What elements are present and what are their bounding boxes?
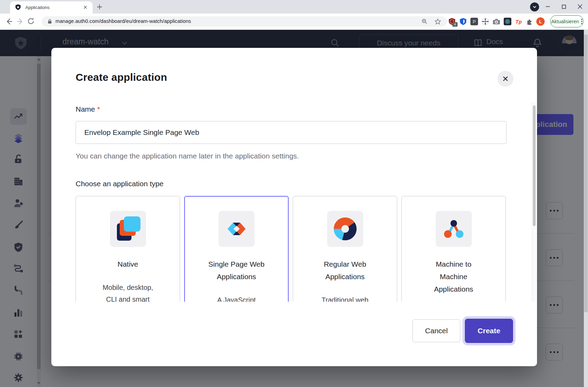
window-minimize-button[interactable] [543,2,553,11]
browser-profile-button[interactable] [530,2,539,11]
cancel-button[interactable]: Cancel [412,319,460,342]
modal-close-button[interactable] [497,71,513,87]
required-asterisk: * [97,105,100,113]
page-scrollbar[interactable] [584,30,588,387]
tab-title: Applications [25,5,50,10]
back-button[interactable] [5,17,13,26]
new-tab-button[interactable] [96,3,103,11]
machine-to-machine-icon [436,211,472,247]
window-maximize-button[interactable] [559,2,569,11]
name-label: Name [76,105,95,113]
name-help-text: You can change the application name late… [76,152,506,161]
address-bar[interactable]: manage.auth0.com/dashboard/eu/dream-watc… [42,16,447,27]
card-desc-line: Traditional web [293,294,397,302]
auth0-favicon [15,4,21,10]
bitwarden-shield-icon [459,18,467,25]
chevron-down-icon [532,5,537,9]
lock-icon [47,19,52,24]
application-type-label: Choose an application type [76,179,506,188]
card-title-line: Applications [185,270,288,283]
extension-ublock-icon[interactable]: 4 [448,17,457,26]
browser-profile-avatar[interactable]: L [536,17,545,26]
card-desc-line: Mobile, desktop, [76,282,180,293]
kebab-menu-icon [581,19,582,24]
extension-p-icon[interactable]: P [470,17,479,26]
tab-close-icon[interactable] [83,5,88,10]
browser-tab-bar: Applications [0,0,588,14]
card-regular-web[interactable]: Regular Web Applications Traditional web [293,196,397,302]
puzzle-icon [526,18,533,25]
modal-title: Create application [76,71,167,83]
browser-tab[interactable]: Applications [10,1,93,14]
create-application-modal: Create application Name* You can change … [51,48,537,366]
regular-web-app-icon [327,211,363,247]
extension-precision-icon[interactable] [481,17,490,26]
extensions-puzzle-button[interactable] [525,17,534,26]
close-icon [502,75,509,82]
profile-initial: L [536,17,545,26]
card-desc-line: A JavaScript [185,294,288,302]
card-title-line: Machine [402,270,505,283]
modal-scroll-thumb[interactable] [533,105,536,226]
modal-scrollbar[interactable] [532,102,536,302]
zoom-icon[interactable] [421,18,428,25]
native-icon [110,211,146,247]
card-title-line: Machine to [402,258,505,270]
bookmark-star-icon[interactable] [434,18,441,25]
p-glyph: P [470,18,478,25]
screen: Applications [0,0,588,387]
application-name-input[interactable] [76,121,506,144]
update-label: Aktualisieren [551,19,579,24]
reload-button[interactable] [27,17,35,25]
browser-update-button[interactable]: Aktualisieren [550,15,583,27]
card-single-page-web[interactable]: Single Page Web Applications A JavaScrip… [184,196,289,302]
card-title-line: Regular Web [293,258,397,270]
maximize-icon [562,5,566,9]
card-title-line: Applications [293,270,397,283]
crosshair-icon [481,17,489,26]
single-page-app-icon [219,211,255,247]
react-atom-icon [504,18,511,25]
modal-scroll-area[interactable]: Name* You can change the application nam… [51,102,537,302]
create-button[interactable]: Create [465,319,513,343]
extension-tp-icon[interactable]: Tp [514,17,523,26]
page-scroll-thumb[interactable] [584,35,588,312]
browser-toolbar: manage.auth0.com/dashboard/eu/dream-watc… [0,14,588,30]
tp-glyph: Tp [515,19,522,25]
extension-bitwarden-icon[interactable] [459,17,468,26]
ublock-badge: 4 [452,22,458,27]
card-desc-line: CLI and smart [76,293,180,302]
card-native[interactable]: Native Mobile, desktop, CLI and smart [76,196,180,302]
extension-react-devtools-icon[interactable] [503,17,512,26]
url-text: manage.auth0.com/dashboard/eu/dream-watc… [56,18,191,24]
camera-icon [492,18,501,25]
minimize-icon [545,4,550,9]
card-title-line: Single Page Web [185,258,288,270]
close-icon [578,4,582,9]
window-close-button[interactable] [575,2,585,11]
extension-camera-icon[interactable] [492,17,501,26]
forward-button[interactable] [16,17,24,26]
card-title-line: Applications [402,283,505,295]
application-type-cards: Native Mobile, desktop, CLI and smart [76,196,506,302]
name-label-row: Name* [76,105,506,114]
card-title-line: Native [76,258,180,270]
card-machine-to-machine[interactable]: Machine to Machine Applications [401,196,506,302]
